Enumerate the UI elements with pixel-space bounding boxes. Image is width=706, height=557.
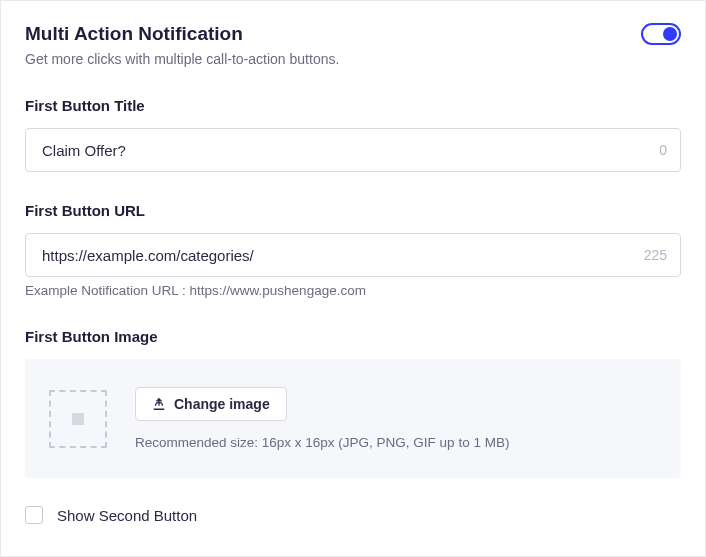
panel-title: Multi Action Notification: [25, 23, 243, 45]
image-right-col: Change image Recommended size: 16px x 16…: [135, 387, 509, 450]
first-button-image-label: First Button Image: [25, 328, 681, 345]
change-image-button[interactable]: Change image: [135, 387, 287, 421]
header-row: Multi Action Notification: [25, 23, 681, 45]
show-second-button-label: Show Second Button: [57, 507, 197, 524]
first-button-title-wrap: 0: [25, 128, 681, 172]
first-button-url-wrap: 225: [25, 233, 681, 277]
image-placeholder[interactable]: [49, 390, 107, 448]
first-button-title-count: 0: [659, 142, 667, 158]
upload-icon: [152, 397, 166, 411]
toggle-knob: [663, 27, 677, 41]
first-button-title-label: First Button Title: [25, 97, 681, 114]
change-image-label: Change image: [174, 396, 270, 412]
show-second-button-checkbox[interactable]: [25, 506, 43, 524]
first-button-url-count: 225: [644, 247, 667, 263]
recommended-size-text: Recommended size: 16px x 16px (JPG, PNG,…: [135, 435, 509, 450]
first-button-url-label: First Button URL: [25, 202, 681, 219]
first-button-url-input[interactable]: [25, 233, 681, 277]
first-button-title-input[interactable]: [25, 128, 681, 172]
image-icon: [70, 411, 86, 427]
enable-toggle[interactable]: [641, 23, 681, 45]
second-button-row: Show Second Button: [25, 506, 681, 524]
first-button-url-helper: Example Notification URL : https://www.p…: [25, 283, 681, 298]
image-upload-area: Change image Recommended size: 16px x 16…: [25, 359, 681, 478]
panel-subtitle: Get more clicks with multiple call-to-ac…: [25, 51, 681, 67]
settings-panel: Multi Action Notification Get more click…: [0, 0, 706, 557]
